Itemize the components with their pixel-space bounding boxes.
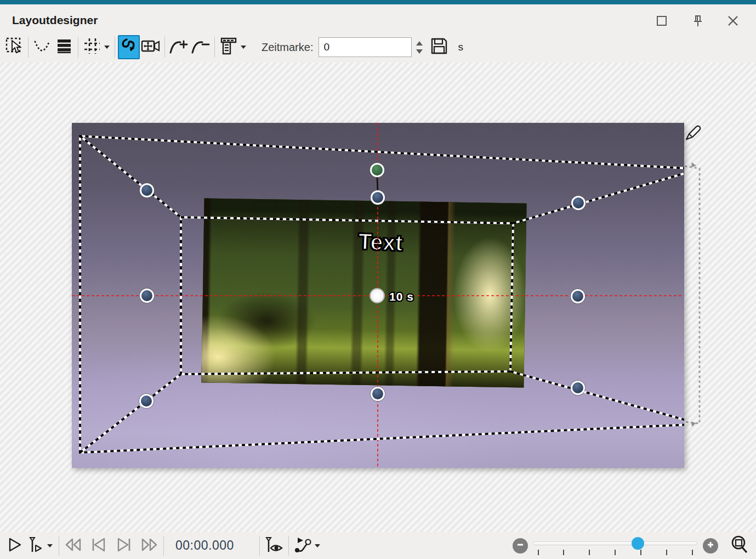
- toolbar-separator: [28, 37, 29, 58]
- zeitmarke-spinner: [416, 41, 423, 54]
- arrange-objects-button[interactable]: [53, 35, 75, 59]
- play-from-dropdown-arrow[interactable]: [47, 544, 53, 547]
- select-path-points-icon: [32, 37, 52, 58]
- zoom-slider-thumb[interactable]: [632, 537, 644, 550]
- play-path-icon: [293, 536, 313, 556]
- rewind-button[interactable]: [63, 535, 84, 557]
- select-tool-icon: [5, 37, 24, 58]
- play-path-dropdown-arrow[interactable]: [315, 544, 320, 547]
- handle-bottom-center[interactable]: [371, 387, 385, 402]
- toolbar-separator: [78, 37, 78, 58]
- pin-button[interactable]: [689, 12, 707, 30]
- pin-icon: [691, 14, 704, 27]
- zeitmarke-label: Zeitmarke:: [262, 41, 313, 54]
- camera-pan-icon: [140, 37, 161, 58]
- handle-top-left[interactable]: [140, 183, 155, 198]
- handle-middle-left[interactable]: [140, 289, 155, 303]
- object-properties-icon: [218, 36, 239, 58]
- maximize-icon: [656, 15, 668, 27]
- zoom-tick: [538, 550, 539, 555]
- play-icon: [7, 537, 23, 555]
- zoom-out-icon: [516, 540, 525, 551]
- remove-path-point-button[interactable]: [190, 35, 212, 59]
- handle-middle-right[interactable]: [571, 289, 586, 304]
- zoom-fit-icon: [729, 534, 750, 557]
- add-path-point-button[interactable]: [168, 35, 190, 59]
- zeitmarke-unit: s: [458, 41, 463, 53]
- grid-icon: [83, 37, 101, 58]
- camera-pan-button[interactable]: [140, 35, 162, 59]
- rewind-icon: [64, 537, 83, 555]
- play-button[interactable]: [4, 535, 25, 557]
- select-path-points-button[interactable]: [31, 35, 53, 59]
- close-icon: [727, 15, 739, 27]
- skip-to-end-button[interactable]: [113, 535, 134, 557]
- center-keyframe-handle[interactable]: [371, 289, 384, 303]
- grid-dropdown-arrow[interactable]: [104, 46, 110, 49]
- zoom-tick: [589, 550, 590, 555]
- motion-path-button[interactable]: [118, 35, 140, 59]
- transport-separator: [163, 536, 164, 556]
- zoom-fit-button[interactable]: [729, 535, 750, 557]
- window-accent-bar: [0, 0, 756, 4]
- zoom-tick: [615, 550, 616, 555]
- handle-top-center[interactable]: [371, 190, 385, 205]
- save-icon: [429, 36, 449, 58]
- spinner-down-arrow[interactable]: [416, 49, 423, 54]
- transport-separator: [288, 536, 289, 556]
- zoom-slider-track[interactable]: [533, 541, 697, 545]
- fast-forward-icon: [139, 537, 159, 555]
- time-display: 00:00.000: [175, 538, 234, 553]
- play-path-button[interactable]: [293, 535, 314, 557]
- zoom-tick: [666, 550, 667, 555]
- close-button[interactable]: [724, 12, 742, 30]
- handle-bottom-left[interactable]: [139, 394, 154, 409]
- arrange-objects-icon: [55, 37, 73, 58]
- transport-bar: 00:00.000: [0, 532, 756, 559]
- titlebar: Layoutdesigner: [0, 4, 756, 32]
- zoom-in-icon: [706, 540, 715, 551]
- transport-separator: [259, 536, 260, 556]
- preview-canvas[interactable]: Text: [72, 123, 684, 468]
- handle-top-right[interactable]: [571, 196, 586, 211]
- zoom-in-button[interactable]: [703, 538, 718, 554]
- toolbar-separator: [214, 37, 215, 58]
- motion-path-icon: [120, 37, 138, 58]
- toolbar: Zeitmarke: s: [0, 32, 756, 63]
- select-tool-button[interactable]: [3, 35, 25, 59]
- zeitmarke-input-box: s: [319, 37, 412, 57]
- rotation-handle[interactable]: [370, 163, 385, 178]
- object-properties-dropdown-arrow[interactable]: [241, 46, 246, 49]
- skip-to-start-button[interactable]: [88, 535, 109, 557]
- zoom-tick: [640, 550, 641, 555]
- grid-settings-button[interactable]: [81, 35, 103, 59]
- zoom-out-button[interactable]: [513, 538, 528, 554]
- play-from-marker-icon: [27, 536, 44, 556]
- skip-to-end-icon: [115, 537, 133, 555]
- skip-to-start-icon: [90, 537, 107, 555]
- show-marker-button[interactable]: [264, 535, 285, 557]
- toolbar-separator: [164, 37, 165, 58]
- transport-separator: [59, 536, 59, 556]
- keyframe-duration-label: 10 s: [389, 290, 414, 303]
- layoutdesigner-window: { "window": { "title": "Layoutdesigner",…: [0, 0, 756, 559]
- remove-path-point-icon: [190, 37, 211, 58]
- path-overlay: 10 s: [72, 123, 684, 468]
- zoom-tick: [563, 550, 564, 555]
- handle-bottom-right[interactable]: [571, 381, 586, 396]
- play-from-marker-button[interactable]: [25, 535, 46, 557]
- show-marker-icon: [264, 536, 284, 556]
- object-properties-button[interactable]: [218, 35, 240, 59]
- fast-forward-button[interactable]: [139, 535, 160, 557]
- window-title: Layoutdesigner: [12, 14, 98, 27]
- add-path-point-icon: [168, 37, 189, 58]
- spinner-up-arrow[interactable]: [416, 41, 423, 46]
- toolbar-separator: [115, 37, 115, 58]
- save-button[interactable]: [428, 35, 450, 59]
- maximize-button[interactable]: [652, 12, 671, 30]
- zoom-tick: [692, 550, 693, 555]
